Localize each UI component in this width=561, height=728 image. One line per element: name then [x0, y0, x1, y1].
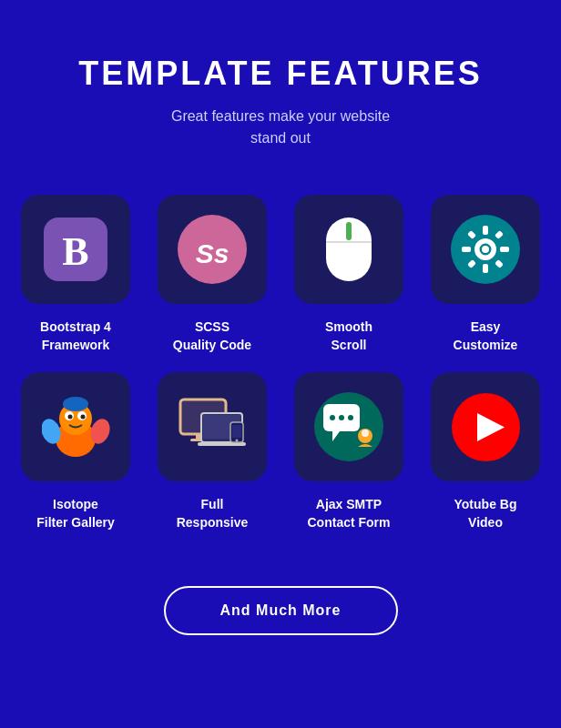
svg-rect-11 [483, 226, 488, 235]
svg-rect-14 [500, 247, 509, 252]
contact-icon [312, 390, 385, 463]
feature-easy-customize: EasyCustomize [426, 195, 545, 354]
youtube-label: Yotube BgVideo [454, 496, 517, 531]
svg-point-44 [339, 415, 344, 420]
bootstrap-icon: B [44, 217, 107, 281]
svg-text:Ss: Ss [196, 238, 230, 268]
svg-point-26 [80, 414, 85, 419]
features-grid: B Bootstrap 4Framework Ss SCSSQuality Co… [16, 195, 545, 531]
feature-isotope: IsotopeFilter Gallery [16, 372, 135, 531]
feature-youtube: Yotube BgVideo [426, 372, 545, 531]
wrench-icon [449, 213, 522, 286]
smooth-scroll-label: SmoothScroll [325, 318, 372, 354]
responsive-icon-box [158, 372, 267, 481]
contact-icon-box [294, 372, 403, 481]
svg-point-47 [362, 430, 369, 437]
isotope-label: IsotopeFilter Gallery [36, 496, 115, 531]
and-much-more-button[interactable]: And Much More [164, 586, 398, 635]
feature-responsive: FullResponsive [153, 372, 271, 531]
feature-smooth-scroll: SmoothScroll [290, 195, 408, 354]
ajax-smtp-label: Ajax SMTPContact Form [308, 496, 391, 531]
youtube-icon [452, 393, 520, 461]
svg-point-43 [330, 415, 335, 420]
feature-scss: Ss SCSSQuality Code [153, 195, 271, 354]
easy-customize-label: EasyCustomize [454, 318, 518, 354]
responsive-icon [176, 395, 249, 459]
scss-label: SCSSQuality Code [173, 318, 251, 354]
scss-icon: Ss [176, 213, 249, 286]
mouse-icon-box [294, 195, 403, 304]
feature-ajax-smtp: Ajax SMTPContact Form [290, 372, 408, 531]
mouse-icon [321, 213, 376, 286]
svg-point-27 [63, 397, 88, 411]
svg-point-25 [67, 414, 72, 419]
wrench-icon-box [431, 195, 540, 304]
svg-rect-38 [232, 425, 241, 438]
svg-rect-12 [483, 264, 488, 273]
scss-icon-box: Ss [158, 195, 267, 304]
svg-point-20 [483, 247, 488, 252]
isotope-icon-box [21, 372, 130, 481]
isotope-icon [42, 393, 110, 461]
svg-text:B: B [62, 229, 88, 274]
svg-rect-5 [346, 222, 352, 240]
youtube-icon-box [431, 372, 540, 481]
section-title: TEMPLATE FEATURES [78, 55, 483, 93]
bootstrap-label: Bootstrap 4Framework [40, 318, 111, 354]
bootstrap-icon-box: B [21, 195, 130, 304]
svg-point-45 [348, 415, 353, 420]
svg-point-39 [236, 440, 239, 442]
responsive-label: FullResponsive [177, 496, 249, 531]
feature-bootstrap: B Bootstrap 4Framework [16, 195, 135, 354]
svg-rect-13 [462, 247, 471, 252]
section-subtitle: Great features make your websitestand ou… [171, 106, 390, 149]
